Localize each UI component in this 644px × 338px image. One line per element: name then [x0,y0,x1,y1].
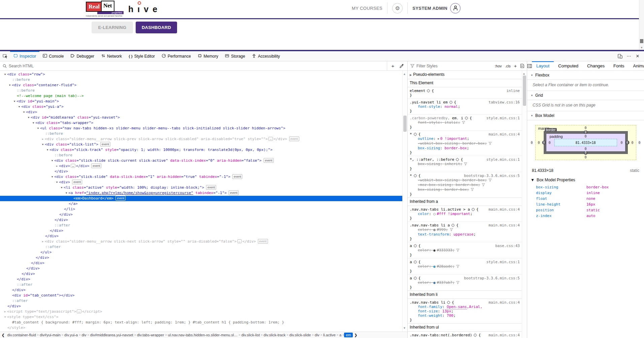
expand-arrow-icon[interactable]: ▼ [50,158,54,163]
css-rule[interactable]: *{bootstrap-3.3.6.min.css:5-webkit-box-s… [408,172,522,198]
html-tree-row[interactable]: ▼<div class="slick-slide slick-current s… [0,158,407,163]
expand-arrow-icon[interactable]: ▼ [55,180,59,185]
grid-section-header[interactable]: ▼ Grid [527,91,644,100]
rule-selector[interactable]: .nav.nav-tabs:not(.bordered) [410,333,472,337]
html-tree-row[interactable]: ::before [0,153,407,158]
box-model-border[interactable]: border 0 0 0 0 padding 0 0 0 0 81 [544,131,628,154]
rule-source-link[interactable]: main.min.css:4 [486,132,520,136]
css-declaration[interactable]: -webkit-box-sizing: border-box; [410,178,520,183]
event-badge[interactable]: event [72,180,82,184]
rules-scrollbar-thumb[interactable] [523,75,526,106]
sidebar-tab-layout[interactable]: Layout [532,61,554,70]
html-tree-row[interactable]: </a> [0,201,407,207]
html-tree-row[interactable]: ▼<div>event [0,180,407,185]
event-badge[interactable]: event [206,185,216,190]
html-tree-row[interactable]: ▼<div class="slick-slide" data-slick-ind… [0,174,407,180]
rule-selector[interactable]: * [410,132,412,136]
settings-gear-button[interactable]: ⚙ [392,3,403,13]
overridden-filter-icon[interactable] [456,265,460,269]
pick-element-button[interactable] [0,51,10,61]
scroll-down-icon[interactable]: ▼ [640,46,643,49]
boxmodel-section-header[interactable]: ▼ Box Model [527,111,644,120]
css-declaration[interactable]: font-style: italic; [410,120,520,125]
collapse-arrow-icon[interactable]: ▶ [41,136,45,142]
padding-bottom-value[interactable]: 0 [584,147,586,151]
html-tree-row[interactable]: ▼<div> [0,110,407,115]
breadcrumb-item[interactable]: div#yui-main [39,333,62,337]
rule-source-link[interactable]: inline [504,89,520,93]
html-tree-row[interactable]: ::after [0,244,407,250]
css-rule[interactable]: a{bootstrap-3.3.6.min.css:5color: #337ab… [408,275,522,291]
html-tree-row[interactable]: </div> [0,234,407,239]
html-tree-row[interactable]: ::before [0,88,407,93]
devtools-tab-network[interactable]: Network [98,51,125,61]
rule-selector[interactable]: .nav.nav-tabs li a [410,223,450,227]
responsive-design-mode-button[interactable] [616,54,624,59]
selector-target-icon[interactable] [473,333,477,337]
html-tree-row[interactable]: ▼<div id="yui-main"> [0,99,407,104]
rule-source-link[interactable]: style.min.css:1 [484,116,520,120]
css-declaration[interactable]: color: #999; [410,227,520,232]
rule-selector[interactable]: .carbon-poweredby, em, i [410,116,463,120]
box-model-properties-header[interactable]: ▼ Box Model Properties [527,176,644,184]
expand-arrow-icon[interactable]: ▼ [50,174,54,180]
breadcrumb-scroll-right-icon[interactable]: ❯ [353,333,359,337]
html-tree-row[interactable]: <!--welcome page (main tab)--> [0,93,407,99]
html-tree-row[interactable]: </style> [0,325,407,331]
overridden-filter-icon[interactable] [488,178,492,183]
expand-arrow-icon[interactable]: ▼ [17,104,21,110]
css-declaration[interactable]: font-family: Open-sans,Arial, [410,305,520,309]
dashboard-tab-button[interactable]: DASHBOARD [136,22,177,33]
event-badge[interactable]: event [289,136,299,141]
sidebar-tab-animat[interactable]: Animat [629,61,644,70]
rule-source-link[interactable]: main.min.css:4 [486,333,520,337]
page-scrollbar-thumb[interactable] [640,39,643,43]
overridden-filter-icon[interactable] [488,142,492,146]
selector-target-icon[interactable] [413,244,417,248]
breadcrumb-item[interactable]: div.yui-a [63,333,79,337]
html-tree-row[interactable]: ▼<div class="container-fluid"> [0,83,407,88]
selector-target-icon[interactable] [413,132,417,136]
rules-scrollbar[interactable]: ▲ [522,71,527,338]
breadcrumb[interactable]: ❮div.container-fluid>div#yui-main>div.yu… [0,332,407,338]
box-model-padding[interactable]: padding 0 0 0 0 81.4333×18 [546,134,625,151]
event-badge[interactable]: event [264,158,274,163]
new-node-button[interactable]: + [388,63,397,69]
rule-selector[interactable]: * [410,174,412,178]
selector-target-icon[interactable] [413,174,417,178]
expand-arrow-icon[interactable]: ▼ [27,115,31,120]
event-badge[interactable]: event [115,196,126,201]
css-declaration[interactable]: font-size: 13px; [410,309,520,313]
box-model-content[interactable]: 81.4333×18 [554,139,617,146]
css-rule[interactable]: .nav.nav-tabs li.active > a{main.min.css… [408,206,522,222]
sidebar-tab-changes[interactable]: Changes [583,61,609,70]
overridden-filter-icon[interactable] [456,281,460,285]
html-tree-row[interactable]: ▼<style type="text/css"> [0,314,407,320]
expand-arrow-icon[interactable]: ▼ [22,110,26,115]
markup-scrollbar-thumb[interactable] [403,116,407,132]
css-declaration[interactable]: color: #28aadc; [410,264,520,269]
user-avatar-button[interactable] [450,3,461,13]
rule-source-link[interactable]: style.min.css:1 [484,157,520,162]
eyedropper-button[interactable] [397,64,406,68]
breadcrumb-item[interactable]: div.slick-slide [289,333,312,337]
html-tree-row[interactable]: ▼<div class="slick-track" style="opacity… [0,147,407,153]
html-tree-row[interactable]: ▼<div class="slick-list">event [0,142,407,147]
toggle-hover-button[interactable]: :hov [495,64,502,68]
css-rule[interactable]: a{base.css:43color: #333333;} [408,242,522,258]
devtools-tab-performance[interactable]: Performance [158,51,194,61]
overridden-filter-icon[interactable] [464,162,467,166]
devtools-tab-memory[interactable]: Memory [194,51,222,61]
html-tree-row[interactable]: ▼<div id="middlearea" class="yui-navset"… [0,115,407,120]
selector-target-icon[interactable] [449,100,453,104]
html-tree-row[interactable]: ::after [0,282,407,287]
html-tree-row[interactable]: #tab_content { background: #fff; margin:… [0,320,407,325]
selector-target-icon[interactable] [413,260,417,264]
css-rule[interactable]: *{main.min.css:4outline: ▶0 !important;-… [408,131,522,156]
selector-target-icon[interactable] [451,223,455,227]
rule-selector[interactable]: a [410,244,412,248]
color-swatch[interactable] [433,249,436,252]
toggle-classes-button[interactable]: .cls [505,64,511,68]
devtools-tab-console[interactable]: Console [39,51,67,61]
html-tree-row[interactable]: ▼<li class="active" style="width: 100%; … [0,185,407,190]
